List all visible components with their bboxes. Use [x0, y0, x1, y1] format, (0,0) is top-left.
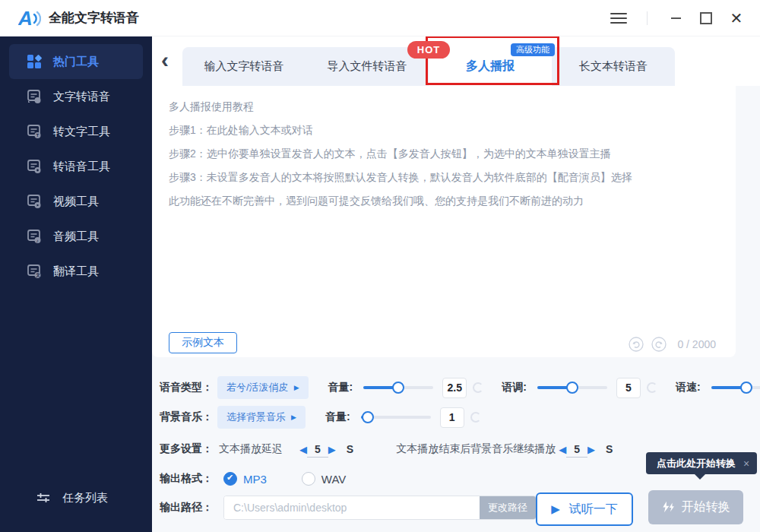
sample-text-button[interactable]: 示例文本 [169, 332, 237, 353]
bgm-volume-value: 1 [440, 407, 464, 428]
main-panel: ‹ 输入文字转语音 导入文件转语音 多人播报 长文本转语音 HOT 高级功能 多… [152, 36, 760, 532]
sidebar-item-label: 转语音工具 [53, 160, 110, 174]
volume-slider[interactable] [363, 386, 433, 389]
path-group: 更改路径 [223, 496, 537, 520]
tab-long-text-to-speech[interactable]: 长文本转语音 [552, 47, 675, 86]
slider-thumb[interactable] [740, 382, 752, 394]
slider-thumb[interactable] [392, 382, 404, 394]
tutorial-line: 此功能还在不断完善中，遇到问题可提交反馈给我们哦、您的支持是我们不断前进的动力 [169, 189, 701, 213]
speed-label: 语速: [676, 381, 701, 394]
to-speech-tool-icon [26, 158, 43, 175]
reset-icon[interactable] [473, 382, 483, 393]
more-settings-row: 更多设置： 文本播放延迟 ◀ 5 ▶ S 文本播放结束后背景音乐继续播放 ◀ 5… [160, 438, 613, 461]
text-to-speech-tool-icon [26, 88, 43, 105]
bgm-volume-slider[interactable] [361, 416, 431, 419]
audio-tool-icon: ♪ [26, 228, 43, 245]
tab-input-text-to-speech[interactable]: 输入文字转语音 [182, 47, 306, 86]
slider-thumb[interactable] [566, 382, 578, 394]
pitch-slider[interactable] [537, 386, 607, 389]
sidebar: 热门工具 文字转语音 T 转文字工具 [0, 36, 152, 532]
hot-badge: HOT [407, 41, 450, 59]
radio-unchecked-icon [302, 472, 315, 486]
radio-checked-icon [223, 472, 237, 486]
back-chevron-icon[interactable]: ‹ [161, 47, 169, 73]
continue-value: 5 [566, 442, 587, 458]
sidebar-item-task-list[interactable]: 任务列表 [18, 480, 152, 515]
play-icon: ▶ [551, 502, 560, 516]
text-editor-area[interactable]: 多人播报使用教程 步骤1：在此处输入文本或对话 步骤2：选中你要单独设置发音人的… [152, 86, 736, 357]
decrement-icon[interactable]: ◀ [559, 444, 566, 455]
sidebar-item-translate-tools[interactable]: 文 翻译工具 [9, 254, 143, 289]
tutorial-line: 步骤1：在此处输入文本或对话 [169, 119, 701, 142]
output-path-row: 输出路径： 更改路径 [160, 496, 537, 519]
close-button[interactable]: ✕ [724, 7, 749, 30]
change-path-button[interactable]: 更改路径 [480, 496, 536, 519]
preview-button[interactable]: ▶ 试听一下 [536, 492, 633, 526]
bgm-row: 背景音乐： 选择背景音乐 ▶ 音量: 1 [160, 406, 481, 429]
sidebar-item-video-tools[interactable]: 视频工具 [9, 184, 143, 219]
tutorial-line: 步骤3：未设置多发音人的文本将按照默认发音人转换，默认发音人为软件底部的【配音演… [169, 166, 701, 189]
voice-type-row: 语音类型： 若兮/活泼俏皮 ▶ 音量: 2.5 语调: 5 语速: 5 [160, 376, 760, 399]
minimize-button[interactable] [663, 7, 689, 30]
titlebar-divider [647, 11, 648, 25]
slider-thumb[interactable] [362, 411, 374, 423]
format-option-wav[interactable]: WAV [302, 472, 347, 486]
menu-icon[interactable] [610, 13, 627, 24]
tutorial-text: 多人播报使用教程 步骤1：在此处输入文本或对话 步骤2：选中你要单独设置发音人的… [169, 95, 701, 213]
app-logo-icon: A [18, 7, 41, 30]
more-settings-label: 更多设置： [160, 442, 213, 456]
output-path-label: 输出路径： [160, 501, 213, 515]
sidebar-item-to-speech-tools[interactable]: 转语音工具 [9, 149, 143, 184]
tooltip-close-icon[interactable]: × [743, 458, 749, 470]
sidebar-item-audio-tools[interactable]: ♪ 音频工具 [9, 219, 143, 254]
bgm-select-button[interactable]: 选择背景音乐 ▶ [217, 406, 306, 429]
hot-tools-grid-icon [26, 53, 43, 70]
svg-text:♪: ♪ [36, 238, 38, 243]
advanced-feature-badge: 高级功能 [511, 43, 555, 56]
char-counter: 0 / 2000 [677, 338, 716, 350]
video-tool-icon [26, 193, 43, 210]
voice-type-label: 语音类型： [160, 381, 213, 394]
volume-label: 音量: [328, 381, 353, 394]
delay-value: 5 [307, 442, 328, 458]
reset-icon[interactable] [470, 412, 481, 423]
bgm-volume-label: 音量: [325, 410, 350, 424]
decrement-icon[interactable]: ◀ [299, 444, 307, 455]
reset-icon[interactable] [647, 382, 657, 393]
increment-icon[interactable]: ▶ [328, 444, 336, 455]
chevron-right-icon: ▶ [294, 384, 299, 391]
voice-select-button[interactable]: 若兮/活泼俏皮 ▶ [217, 376, 309, 399]
start-convert-button[interactable]: 开始转换 [648, 490, 743, 524]
app-title: 全能文字转语音 [49, 9, 139, 27]
pitch-label: 语调: [502, 381, 527, 394]
sidebar-item-label: 音频工具 [53, 230, 99, 244]
titlebar: A 全能文字转语音 ✕ [0, 0, 760, 36]
output-format-label: 输出格式： [160, 472, 213, 486]
speed-slider[interactable] [711, 386, 760, 389]
convert-tooltip: 点击此处开始转换 × [646, 452, 757, 474]
format-option-mp3[interactable]: MP3 [223, 472, 267, 486]
sidebar-item-to-text-tools[interactable]: T 转文字工具 [9, 114, 143, 149]
convert-bolt-icon [662, 501, 675, 514]
increment-icon[interactable]: ▶ [587, 444, 595, 455]
maximize-button[interactable] [693, 7, 719, 30]
sidebar-item-label: 热门工具 [53, 55, 99, 69]
volume-value: 2.5 [442, 378, 467, 398]
continue-unit: S [606, 443, 613, 455]
undo-icon[interactable] [629, 337, 644, 352]
tutorial-line: 多人播报使用教程 [169, 95, 701, 119]
sidebar-item-label: 翻译工具 [53, 264, 99, 279]
svg-text:文: 文 [35, 272, 40, 277]
redo-icon[interactable] [651, 337, 667, 352]
window-controls: ✕ [610, 0, 760, 36]
output-path-input[interactable] [224, 496, 480, 519]
bgm-continue-label: 文本播放结束后背景音乐继续播放 [396, 442, 556, 456]
sidebar-item-text-to-speech[interactable]: 文字转语音 [9, 79, 143, 114]
task-list-icon [35, 489, 52, 506]
sidebar-item-hot-tools[interactable]: 热门工具 [9, 44, 143, 79]
sidebar-item-label: 任务列表 [62, 491, 108, 505]
bgm-label: 背景音乐： [160, 410, 213, 424]
svg-text:A: A [18, 7, 33, 30]
delay-unit: S [347, 443, 353, 455]
svg-text:T: T [36, 133, 40, 138]
